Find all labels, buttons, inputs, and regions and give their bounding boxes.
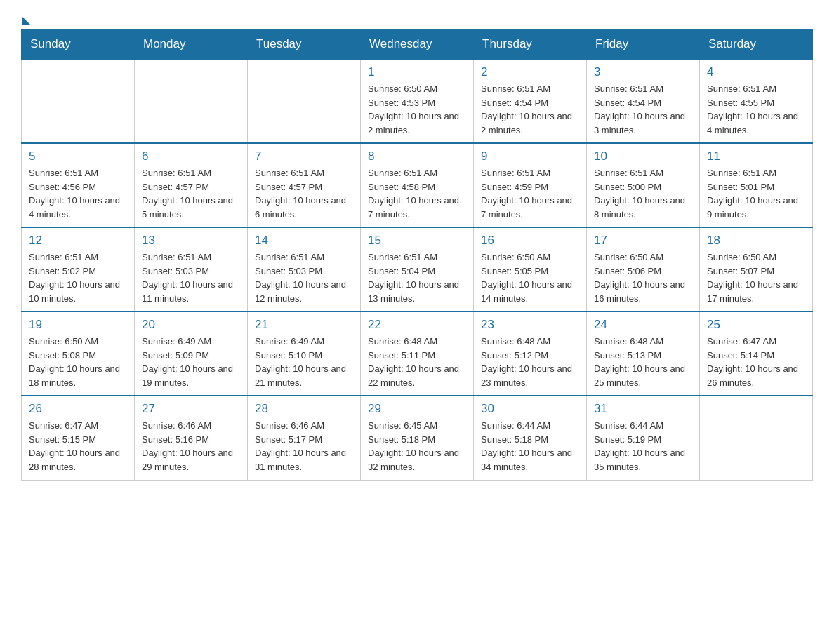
calendar-cell: 7Sunrise: 6:51 AM Sunset: 4:57 PM Daylig… (248, 143, 361, 227)
day-header-sunday: Sunday (22, 30, 135, 60)
calendar-cell: 5Sunrise: 6:51 AM Sunset: 4:56 PM Daylig… (22, 143, 135, 227)
day-info: Sunrise: 6:50 AM Sunset: 5:08 PM Dayligh… (29, 335, 127, 389)
day-number: 9 (481, 149, 579, 163)
calendar-cell: 12Sunrise: 6:51 AM Sunset: 5:02 PM Dayli… (22, 227, 135, 311)
day-header-tuesday: Tuesday (248, 30, 361, 60)
calendar-cell: 17Sunrise: 6:50 AM Sunset: 5:06 PM Dayli… (587, 227, 700, 311)
calendar-cell: 1Sunrise: 6:50 AM Sunset: 4:53 PM Daylig… (361, 59, 474, 143)
day-info: Sunrise: 6:51 AM Sunset: 4:57 PM Dayligh… (255, 166, 353, 221)
week-row-1: 1Sunrise: 6:50 AM Sunset: 4:53 PM Daylig… (22, 59, 813, 143)
calendar-cell: 13Sunrise: 6:51 AM Sunset: 5:03 PM Dayli… (135, 227, 248, 311)
day-info: Sunrise: 6:44 AM Sunset: 5:18 PM Dayligh… (481, 419, 579, 474)
calendar-cell (135, 59, 248, 143)
day-number: 1 (368, 65, 466, 79)
day-number: 31 (594, 402, 692, 416)
calendar-cell (700, 396, 813, 480)
day-number: 5 (29, 149, 127, 163)
calendar-cell: 15Sunrise: 6:51 AM Sunset: 5:04 PM Dayli… (361, 227, 474, 311)
calendar-cell: 4Sunrise: 6:51 AM Sunset: 4:55 PM Daylig… (700, 59, 813, 143)
calendar-cell: 26Sunrise: 6:47 AM Sunset: 5:15 PM Dayli… (22, 396, 135, 480)
calendar-cell: 20Sunrise: 6:49 AM Sunset: 5:09 PM Dayli… (135, 311, 248, 396)
day-number: 27 (142, 402, 240, 416)
day-info: Sunrise: 6:47 AM Sunset: 5:15 PM Dayligh… (29, 419, 127, 474)
day-number: 24 (594, 318, 692, 332)
day-number: 23 (481, 318, 579, 332)
day-number: 2 (481, 65, 579, 79)
day-info: Sunrise: 6:50 AM Sunset: 5:06 PM Dayligh… (594, 250, 692, 305)
day-number: 4 (707, 65, 805, 79)
day-number: 16 (481, 234, 579, 248)
day-number: 25 (707, 318, 805, 332)
calendar-cell: 30Sunrise: 6:44 AM Sunset: 5:18 PM Dayli… (474, 396, 587, 480)
calendar-cell: 25Sunrise: 6:47 AM Sunset: 5:14 PM Dayli… (700, 311, 813, 396)
calendar-cell: 8Sunrise: 6:51 AM Sunset: 4:58 PM Daylig… (361, 143, 474, 227)
day-info: Sunrise: 6:51 AM Sunset: 4:57 PM Dayligh… (142, 166, 240, 221)
week-row-3: 12Sunrise: 6:51 AM Sunset: 5:02 PM Dayli… (22, 227, 813, 311)
day-header-thursday: Thursday (474, 30, 587, 60)
day-info: Sunrise: 6:51 AM Sunset: 4:58 PM Dayligh… (368, 166, 466, 221)
calendar-cell: 31Sunrise: 6:44 AM Sunset: 5:19 PM Dayli… (587, 396, 700, 480)
day-number: 18 (707, 234, 805, 248)
day-number: 14 (255, 234, 353, 248)
day-info: Sunrise: 6:51 AM Sunset: 4:54 PM Dayligh… (481, 82, 579, 137)
day-number: 17 (594, 234, 692, 248)
week-row-2: 5Sunrise: 6:51 AM Sunset: 4:56 PM Daylig… (22, 143, 813, 227)
day-number: 26 (29, 402, 127, 416)
day-info: Sunrise: 6:46 AM Sunset: 5:16 PM Dayligh… (142, 419, 240, 474)
day-number: 30 (481, 402, 579, 416)
day-number: 3 (594, 65, 692, 79)
calendar-cell: 3Sunrise: 6:51 AM Sunset: 4:54 PM Daylig… (587, 59, 700, 143)
calendar-cell: 29Sunrise: 6:45 AM Sunset: 5:18 PM Dayli… (361, 396, 474, 480)
calendar-cell: 16Sunrise: 6:50 AM Sunset: 5:05 PM Dayli… (474, 227, 587, 311)
day-info: Sunrise: 6:50 AM Sunset: 5:05 PM Dayligh… (481, 250, 579, 305)
day-info: Sunrise: 6:51 AM Sunset: 5:04 PM Dayligh… (368, 250, 466, 305)
calendar-cell: 18Sunrise: 6:50 AM Sunset: 5:07 PM Dayli… (700, 227, 813, 311)
day-info: Sunrise: 6:50 AM Sunset: 4:53 PM Dayligh… (368, 82, 466, 137)
day-number: 20 (142, 318, 240, 332)
calendar-cell: 24Sunrise: 6:48 AM Sunset: 5:13 PM Dayli… (587, 311, 700, 396)
day-info: Sunrise: 6:51 AM Sunset: 4:55 PM Dayligh… (707, 82, 805, 137)
day-info: Sunrise: 6:48 AM Sunset: 5:13 PM Dayligh… (594, 335, 692, 389)
day-header-friday: Friday (587, 30, 700, 60)
day-info: Sunrise: 6:51 AM Sunset: 5:03 PM Dayligh… (255, 250, 353, 305)
calendar-cell: 22Sunrise: 6:48 AM Sunset: 5:11 PM Dayli… (361, 311, 474, 396)
day-info: Sunrise: 6:46 AM Sunset: 5:17 PM Dayligh… (255, 419, 353, 474)
day-number: 21 (255, 318, 353, 332)
day-header-wednesday: Wednesday (361, 30, 474, 60)
calendar-cell: 27Sunrise: 6:46 AM Sunset: 5:16 PM Dayli… (135, 396, 248, 480)
day-info: Sunrise: 6:50 AM Sunset: 5:07 PM Dayligh… (707, 250, 805, 305)
day-info: Sunrise: 6:51 AM Sunset: 5:03 PM Dayligh… (142, 250, 240, 305)
day-info: Sunrise: 6:45 AM Sunset: 5:18 PM Dayligh… (368, 419, 466, 474)
day-number: 28 (255, 402, 353, 416)
day-info: Sunrise: 6:51 AM Sunset: 5:02 PM Dayligh… (29, 250, 127, 305)
week-row-4: 19Sunrise: 6:50 AM Sunset: 5:08 PM Dayli… (22, 311, 813, 396)
day-header-saturday: Saturday (700, 30, 813, 60)
day-info: Sunrise: 6:44 AM Sunset: 5:19 PM Dayligh… (594, 419, 692, 474)
calendar-cell: 9Sunrise: 6:51 AM Sunset: 4:59 PM Daylig… (474, 143, 587, 227)
page-header (21, 14, 813, 22)
day-header-monday: Monday (135, 30, 248, 60)
calendar-cell: 28Sunrise: 6:46 AM Sunset: 5:17 PM Dayli… (248, 396, 361, 480)
calendar-table: SundayMondayTuesdayWednesdayThursdayFrid… (21, 29, 813, 481)
day-number: 10 (594, 149, 692, 163)
day-number: 29 (368, 402, 466, 416)
calendar-cell: 11Sunrise: 6:51 AM Sunset: 5:01 PM Dayli… (700, 143, 813, 227)
logo-arrow-icon (22, 17, 31, 25)
day-number: 11 (707, 149, 805, 163)
day-info: Sunrise: 6:47 AM Sunset: 5:14 PM Dayligh… (707, 335, 805, 389)
day-number: 19 (29, 318, 127, 332)
day-info: Sunrise: 6:49 AM Sunset: 5:10 PM Dayligh… (255, 335, 353, 389)
calendar-cell: 21Sunrise: 6:49 AM Sunset: 5:10 PM Dayli… (248, 311, 361, 396)
day-number: 15 (368, 234, 466, 248)
calendar-cell: 2Sunrise: 6:51 AM Sunset: 4:54 PM Daylig… (474, 59, 587, 143)
calendar-cell (22, 59, 135, 143)
calendar-cell: 19Sunrise: 6:50 AM Sunset: 5:08 PM Dayli… (22, 311, 135, 396)
day-number: 12 (29, 234, 127, 248)
day-info: Sunrise: 6:48 AM Sunset: 5:11 PM Dayligh… (368, 335, 466, 389)
calendar-cell: 10Sunrise: 6:51 AM Sunset: 5:00 PM Dayli… (587, 143, 700, 227)
day-info: Sunrise: 6:51 AM Sunset: 5:00 PM Dayligh… (594, 166, 692, 221)
calendar-cell (248, 59, 361, 143)
day-info: Sunrise: 6:51 AM Sunset: 5:01 PM Dayligh… (707, 166, 805, 221)
day-info: Sunrise: 6:51 AM Sunset: 4:54 PM Dayligh… (594, 82, 692, 137)
calendar-cell: 6Sunrise: 6:51 AM Sunset: 4:57 PM Daylig… (135, 143, 248, 227)
